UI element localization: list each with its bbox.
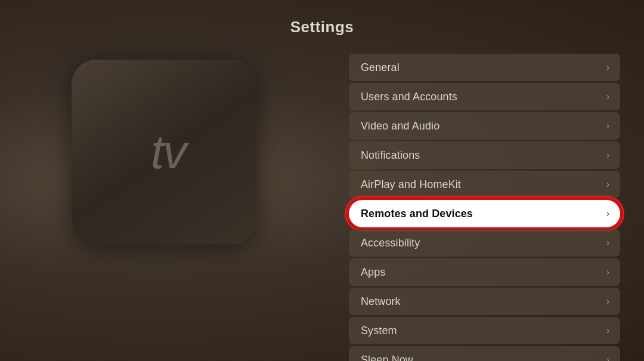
settings-item-general[interactable]: General› — [349, 54, 620, 81]
chevron-icon-general: › — [606, 62, 609, 73]
settings-label-general: General — [361, 61, 400, 74]
settings-label-notifications: Notifications — [361, 149, 420, 162]
chevron-icon-system: › — [606, 325, 609, 336]
settings-label-accessibility: Accessibility — [361, 237, 420, 249]
chevron-icon-accessibility: › — [606, 237, 609, 248]
settings-item-airplay-and-homekit[interactable]: AirPlay and HomeKit› — [349, 171, 620, 198]
settings-item-video-and-audio[interactable]: Video and Audio› — [349, 112, 620, 140]
settings-item-system[interactable]: System› — [349, 317, 620, 344]
chevron-icon-remotes-and-devices: › — [606, 208, 609, 219]
settings-item-remotes-and-devices[interactable]: Remotes and Devices› — [349, 200, 620, 227]
chevron-icon-users-and-accounts: › — [606, 91, 609, 102]
settings-label-remotes-and-devices: Remotes and Devices — [361, 208, 473, 220]
settings-list: General›Users and Accounts›Video and Aud… — [349, 54, 620, 361]
settings-label-network: Network — [361, 295, 401, 308]
settings-label-users-and-accounts: Users and Accounts — [361, 91, 457, 103]
chevron-icon-network: › — [606, 296, 609, 307]
chevron-icon-sleep-now: › — [606, 354, 609, 361]
settings-item-notifications[interactable]: Notifications› — [349, 141, 620, 169]
page-title: Settings — [290, 18, 354, 36]
settings-label-sleep-now: Sleep Now — [361, 354, 413, 362]
settings-label-system: System — [361, 325, 397, 337]
chevron-icon-apps: › — [606, 267, 609, 277]
settings-label-airplay-and-homekit: AirPlay and HomeKit — [361, 178, 461, 191]
settings-item-apps[interactable]: Apps› — [349, 258, 620, 286]
settings-label-video-and-audio: Video and Audio — [361, 120, 439, 132]
settings-label-apps: Apps — [361, 266, 385, 279]
settings-item-network[interactable]: Network› — [349, 288, 620, 315]
chevron-icon-video-and-audio: › — [606, 121, 609, 131]
appletv-device-illustration: tv — [72, 60, 256, 245]
tv-text: tv — [151, 125, 185, 180]
settings-item-accessibility[interactable]: Accessibility› — [349, 229, 620, 257]
settings-item-sleep-now[interactable]: Sleep Now› — [349, 346, 620, 361]
chevron-icon-airplay-and-homekit: › — [606, 179, 609, 190]
chevron-icon-notifications: › — [606, 150, 609, 161]
settings-item-users-and-accounts[interactable]: Users and Accounts› — [349, 83, 620, 110]
